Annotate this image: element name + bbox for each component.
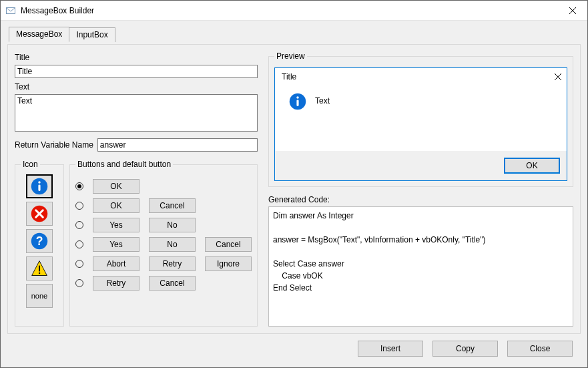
icon-choice-exclamation[interactable]: [26, 256, 53, 281]
return-var-row: Return Variable Name: [15, 138, 258, 152]
app-icon: [5, 5, 16, 16]
radio-okcancel[interactable]: [75, 202, 83, 210]
buttons-row-retrycancel: Retry Cancel: [75, 276, 252, 291]
right-column: Preview Title: [268, 51, 573, 327]
main-window: MessageBox Builder MessageBox InputBox T…: [0, 0, 588, 368]
buttons-row-abortretryignore: Abort Retry Ignore: [75, 256, 252, 271]
preview-ok-button[interactable]: OK: [504, 158, 560, 174]
buttons-fieldset: Buttons and default button OK OK Cancel: [69, 160, 258, 327]
left-bottom: Icon: [15, 160, 258, 327]
preview-btn-ok[interactable]: OK: [93, 179, 139, 194]
icon-choice-none[interactable]: none: [26, 284, 53, 308]
close-button[interactable]: Close: [507, 341, 573, 357]
preview-fieldset: Preview Title: [268, 51, 573, 187]
content-area: MessageBox InputBox Title Text Text Retu…: [1, 21, 587, 367]
preview-btn-cancel2[interactable]: Cancel: [205, 237, 252, 252]
window-title: MessageBox Builder: [21, 6, 557, 15]
preview-close-button[interactable]: [555, 73, 561, 80]
preview-title: Title: [282, 72, 555, 81]
information-icon: [288, 92, 307, 111]
tabstrip: MessageBox InputBox: [9, 26, 581, 41]
preview-btn-cancel[interactable]: Cancel: [149, 198, 196, 213]
critical-icon: [30, 204, 49, 223]
preview-btn-yes2[interactable]: Yes: [93, 237, 139, 252]
close-icon: [569, 7, 576, 14]
preview-body: Text: [275, 85, 567, 151]
exclamation-icon: [30, 259, 49, 278]
svg-point-10: [296, 96, 299, 99]
window-close-button[interactable]: [557, 1, 587, 20]
preview-footer: OK: [275, 151, 567, 180]
generated-code-textarea[interactable]: Dim answer As Integer answer = MsgBox("T…: [268, 206, 573, 327]
tab-inputbox[interactable]: InputBox: [69, 27, 115, 42]
preview-legend: Preview: [274, 51, 307, 61]
icon-fieldset: Icon: [15, 160, 64, 327]
buttons-row-ok: OK: [75, 179, 252, 194]
tab-panel: Title Text Text Return Variable Name Ico…: [7, 44, 581, 334]
generated-code-label: Generated Code:: [268, 195, 573, 204]
svg-point-2: [38, 181, 41, 184]
svg-rect-3: [38, 184, 40, 191]
buttons-legend: Buttons and default button: [75, 160, 173, 169]
radio-yesno[interactable]: [75, 221, 83, 229]
radio-retrycancel[interactable]: [75, 279, 83, 287]
preview-titlebar: Title: [275, 68, 567, 85]
icon-choice-question[interactable]: ?: [26, 229, 53, 253]
buttons-row-yesnocancel: Yes No Cancel: [75, 237, 252, 252]
titlebar: MessageBox Builder: [1, 1, 587, 21]
dialog-buttons: Insert Copy Close: [7, 337, 581, 363]
radio-okonly[interactable]: [75, 182, 83, 190]
preview-btn-retry2[interactable]: Retry: [93, 276, 139, 291]
preview-btn-retry[interactable]: Retry: [149, 256, 196, 271]
icon-legend: Icon: [21, 160, 40, 169]
buttons-row-okcancel: OK Cancel: [75, 198, 252, 213]
preview-btn-cancel3[interactable]: Cancel: [149, 276, 196, 291]
text-label: Text: [15, 82, 258, 91]
text-input[interactable]: Text: [15, 94, 258, 132]
title-input[interactable]: [15, 65, 258, 78]
preview-btn-no2[interactable]: No: [149, 237, 196, 252]
preview-btn-yes[interactable]: Yes: [93, 218, 139, 232]
preview-btn-ignore[interactable]: Ignore: [205, 256, 252, 271]
preview-text: Text: [315, 92, 330, 106]
close-icon: [555, 73, 561, 80]
insert-button[interactable]: Insert: [358, 341, 423, 357]
question-icon: ?: [30, 232, 49, 250]
preview-btn-no[interactable]: No: [149, 218, 196, 232]
buttons-row-yesno: Yes No: [75, 218, 252, 232]
copy-button[interactable]: Copy: [432, 341, 498, 357]
return-var-label: Return Variable Name: [15, 140, 93, 150]
icon-choice-information[interactable]: [26, 174, 53, 198]
preview-btn-abort[interactable]: Abort: [93, 256, 139, 271]
left-column: Title Text Text Return Variable Name Ico…: [15, 51, 258, 327]
svg-rect-11: [296, 100, 298, 106]
svg-point-8: [39, 272, 40, 274]
generated-code-section: Generated Code: Dim answer As Integer an…: [268, 195, 573, 327]
preview-btn-ok2[interactable]: OK: [93, 198, 139, 213]
icon-choice-critical[interactable]: [26, 202, 53, 226]
radio-abortretryignore[interactable]: [75, 260, 83, 268]
return-var-input[interactable]: [97, 138, 258, 152]
preview-msgbox: Title: [274, 67, 567, 181]
title-label: Title: [15, 53, 258, 62]
tab-messagebox[interactable]: MessageBox: [9, 27, 69, 42]
radio-yesnocancel[interactable]: [75, 240, 83, 248]
svg-rect-7: [39, 266, 40, 272]
information-icon: [30, 177, 49, 196]
svg-text:?: ?: [36, 234, 43, 248]
